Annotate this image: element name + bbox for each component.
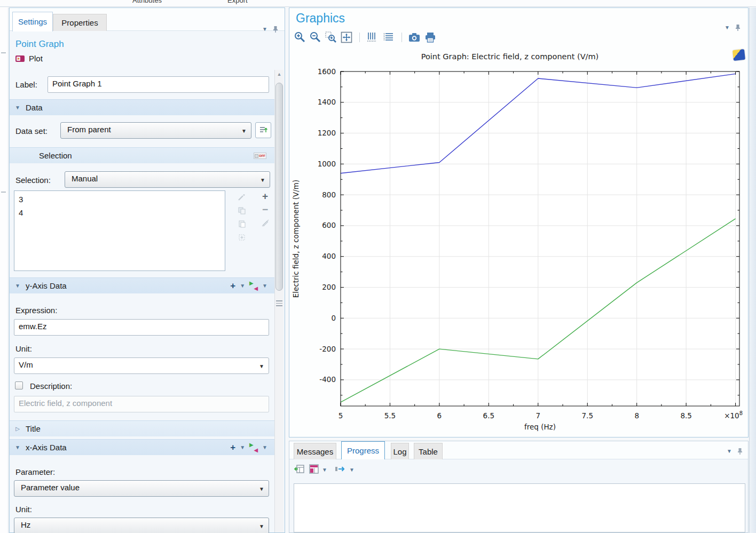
dataset-list-icon <box>258 125 268 135</box>
selection-toggle-off[interactable]: OFF <box>254 153 266 159</box>
tab-progress[interactable]: Progress <box>341 441 385 459</box>
tab-table[interactable]: Table <box>414 443 443 459</box>
progress-toolbar: ▼ ▼ <box>289 459 748 482</box>
ribbon-strip: Attributes Export <box>0 0 756 7</box>
splitter-grip-icon[interactable] <box>276 300 282 306</box>
tab-settings[interactable]: Settings <box>12 12 53 31</box>
pin-icon[interactable] <box>737 448 743 455</box>
section-header-title[interactable]: ▷ Title <box>10 420 275 436</box>
svg-text:-200: -200 <box>319 345 336 353</box>
zoom-to-selection-icon[interactable] <box>237 233 246 242</box>
right-edge-strip <box>749 7 756 533</box>
chevron-down-icon[interactable]: ▼ <box>240 445 245 450</box>
pin-icon[interactable] <box>735 24 741 31</box>
remove-from-selection-icon[interactable]: − <box>261 205 270 214</box>
comsol-window: Attributes Export Settings Properties ▼ … <box>0 0 756 533</box>
copy-selection-icon[interactable] <box>237 206 246 215</box>
tab-properties-label: Properties <box>61 18 98 27</box>
chevron-down-icon: ▼ <box>241 128 247 133</box>
unit-combobox-value: V/m <box>19 360 33 369</box>
section-header-y-axis[interactable]: ▼ y-Axis Data + ▼ ▶◀ ▼ <box>10 277 275 293</box>
label-field-label: Label: <box>15 80 37 89</box>
collapse-triangle-icon: ▼ <box>10 444 26 450</box>
pin-icon[interactable] <box>273 26 278 33</box>
dataset-combobox-value: From parent <box>67 125 111 134</box>
parameter-combobox-value: Parameter value <box>21 483 80 492</box>
x-unit-combobox[interactable]: Hz ▼ <box>14 518 269 533</box>
selection-combobox-value: Manual <box>72 174 98 183</box>
clear-selection-icon[interactable] <box>261 218 270 227</box>
settings-panel: Settings Properties ▼ Point Graph Plot L… <box>9 7 285 533</box>
tab-messages[interactable]: Messages <box>294 443 336 459</box>
expression-input[interactable]: emw.Ez <box>14 319 269 336</box>
collapsed-sidebar-strip[interactable] <box>0 7 9 533</box>
section-x-axis-title: x-Axis Data <box>26 443 67 452</box>
plot-button-label: Plot <box>29 54 43 63</box>
svg-text:400: 400 <box>322 252 336 260</box>
add-to-selection-icon[interactable]: + <box>261 192 270 201</box>
add-expression-icon[interactable]: + <box>230 281 235 290</box>
ribbon-group-attributes: Attributes <box>132 0 162 4</box>
replace-expression-icon[interactable]: ▶◀ <box>249 443 258 451</box>
information-panel: Messages Progress Log Table ▼ ▼ ▼ <box>289 441 749 533</box>
collapse-triangle-icon: ▼ <box>10 283 26 289</box>
unit-combobox[interactable]: V/m ▼ <box>14 357 269 374</box>
panel-menu-chevron-down-icon[interactable]: ▼ <box>724 25 730 30</box>
dataset-combobox[interactable]: From parent ▼ <box>60 122 251 139</box>
tab-properties[interactable]: Properties <box>53 14 107 31</box>
settings-scrollbar[interactable]: ▲ <box>274 70 284 532</box>
goto-dataset-button[interactable] <box>255 122 271 138</box>
svg-text:5: 5 <box>338 411 343 420</box>
selection-list-item[interactable]: 4 <box>19 206 220 219</box>
selection-combobox[interactable]: Manual ▼ <box>65 171 270 188</box>
progress-table-icon[interactable] <box>309 464 319 474</box>
replace-expression-icon[interactable]: ▶◀ <box>249 282 258 290</box>
point-graph-chart[interactable]: 55.566.577.588.5-400-2000200400600800100… <box>289 8 749 438</box>
progress-content <box>294 483 745 532</box>
parameter-combobox[interactable]: Parameter value ▼ <box>14 480 269 497</box>
section-header-selection[interactable]: Selection OFF <box>10 147 275 163</box>
tab-log[interactable]: Log <box>391 443 409 459</box>
scroll-up-icon[interactable]: ▲ <box>275 70 284 79</box>
selection-list-item[interactable]: 3 <box>19 193 220 206</box>
move-progress-icon[interactable] <box>334 464 347 474</box>
dock-table-icon[interactable] <box>294 464 305 474</box>
chevron-down-icon: ▼ <box>259 486 264 491</box>
section-header-data[interactable]: ▼ Data <box>10 99 275 115</box>
selection-listbox[interactable]: 3 4 <box>14 190 225 271</box>
settings-tabbar: Settings Properties ▼ <box>10 8 285 31</box>
svg-text:Electric field, z component (V: Electric field, z component (V/m) <box>292 180 300 298</box>
svg-text:600: 600 <box>322 221 336 229</box>
svg-text:8: 8 <box>634 411 639 420</box>
section-header-x-axis[interactable]: ▼ x-Axis Data + ▼ ▶◀ ▼ <box>10 439 275 455</box>
panel-menu-chevron-down-icon[interactable]: ▼ <box>727 449 732 454</box>
svg-text:6: 6 <box>437 411 442 420</box>
description-checkbox[interactable] <box>15 381 23 389</box>
chevron-down-icon: ▼ <box>260 177 265 182</box>
sidebar-strip-mark <box>1 192 6 193</box>
chevron-down-icon[interactable]: ▼ <box>240 283 245 289</box>
chevron-down-icon[interactable]: ▼ <box>322 467 327 473</box>
plot-button[interactable]: Plot <box>15 54 43 63</box>
selection-label: Selection: <box>15 176 51 185</box>
chevron-down-icon[interactable]: ▼ <box>262 283 267 289</box>
collapse-triangle-icon: ▼ <box>10 105 26 110</box>
panel-menu-chevron-down-icon[interactable]: ▼ <box>262 27 267 32</box>
svg-text:freq (Hz): freq (Hz) <box>524 423 556 431</box>
activate-selection-icon[interactable] <box>237 193 246 202</box>
selection-tools-column <box>237 193 246 242</box>
svg-text:8.5: 8.5 <box>680 411 691 420</box>
graphics-panel: Graphics ▼ <box>289 7 749 437</box>
svg-text:×108: ×108 <box>724 410 743 420</box>
section-selection-title: Selection <box>39 151 72 160</box>
parameter-label: Parameter: <box>15 467 55 476</box>
chevron-down-icon[interactable]: ▼ <box>262 445 267 450</box>
label-field-input[interactable]: Point Graph 1 <box>48 76 269 93</box>
add-expression-icon[interactable]: + <box>230 443 235 452</box>
chevron-down-icon[interactable]: ▼ <box>349 467 355 473</box>
paste-selection-icon[interactable] <box>237 219 246 228</box>
sidebar-strip-mark <box>1 52 6 53</box>
x-unit-label: Unit: <box>15 505 32 514</box>
scrollbar-thumb[interactable] <box>275 83 283 291</box>
description-input[interactable]: Electric field, z component <box>14 396 269 412</box>
